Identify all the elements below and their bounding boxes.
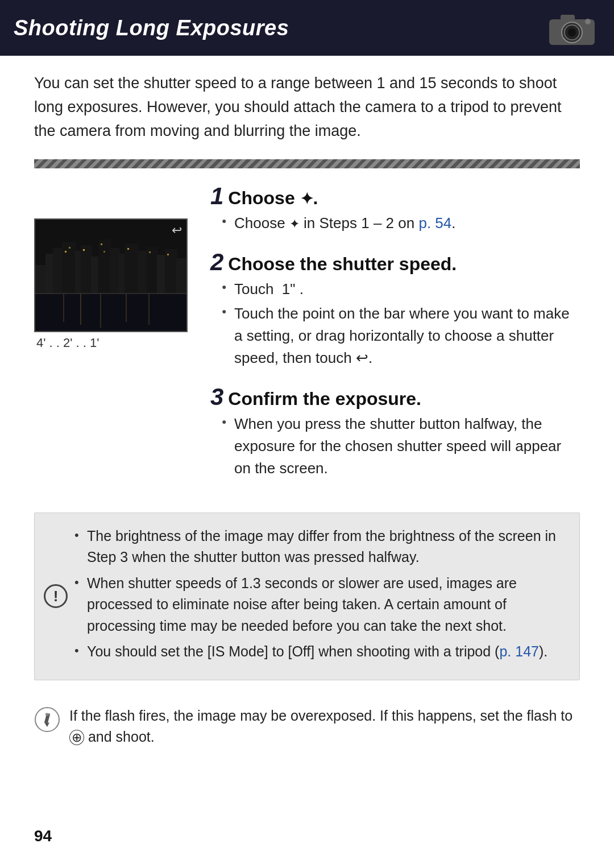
warning-item-3: You should set the [IS Mode] to [Off] wh… [74,641,567,663]
svg-rect-26 [83,249,85,251]
step-2-bullets: Touch 1" . Touch the point on the bar wh… [210,278,580,369]
svg-rect-22 [165,249,177,294]
svg-rect-41 [45,713,49,716]
step-1-number: 1 [210,184,223,208]
step-3-header: 3 Confirm the exposure. [210,385,580,410]
step-2-header: 2 Choose the shutter speed. [210,250,580,275]
page-title: Shooting Long Exposures [14,16,289,40]
step-3-title: Confirm the exposure. [228,388,421,410]
step-1: 1 Choose ✦. Choose ✦ in Steps 1 – 2 on p… [210,184,580,234]
step-2-title: Choose the shutter speed. [228,254,457,275]
svg-rect-21 [157,255,166,294]
step-2-number: 2 [210,250,223,274]
svg-rect-24 [65,251,67,253]
svg-rect-28 [103,251,105,253]
svg-rect-19 [138,251,148,294]
stripe-divider [34,159,580,168]
svg-rect-20 [147,247,158,294]
left-panel: ↩ [34,218,199,350]
svg-rect-27 [101,243,102,245]
svg-rect-7 [35,294,188,332]
svg-rect-13 [81,245,92,294]
step-3: 3 Confirm the exposure. When you press t… [210,385,580,480]
svg-rect-30 [149,251,151,253]
main-content: ↩ [34,184,580,495]
step-2-bullet-1: Touch 1" . [222,278,580,300]
step-3-bullets: When you press the shutter button halfwa… [210,413,580,480]
note-icon [34,706,60,733]
svg-rect-23 [176,258,188,294]
camera-preview-image: ↩ [34,218,188,332]
step-1-header: 1 Choose ✦. [210,184,580,209]
page-number: 94 [34,827,52,845]
svg-rect-14 [91,257,99,294]
title-bar: Shooting Long Exposures [0,0,614,56]
preview-label: 4' . . 2' . . 1' [34,336,199,350]
undo-icon: ↩ [172,223,182,238]
right-panel: 1 Choose ✦. Choose ✦ in Steps 1 – 2 on p… [199,184,580,495]
warning-item-2: When shutter speeds of 1.3 seconds or sl… [74,573,567,637]
svg-rect-15 [98,239,111,294]
svg-rect-16 [110,248,120,294]
note-text: If the flash fires, the image may be ove… [69,705,580,748]
step-1-bullet-1: Choose ✦ in Steps 1 – 2 on p. 54. [222,212,580,234]
step-2: 2 Choose the shutter speed. Touch 1" . T… [210,250,580,369]
svg-point-4 [568,28,576,36]
svg-rect-18 [125,243,139,294]
svg-rect-8 [35,265,47,294]
step-1-title: Choose ✦. [228,188,318,209]
camera-icon [544,8,600,48]
svg-point-5 [585,19,591,24]
warning-item-1: The brightness of the image may differ f… [74,526,567,568]
svg-rect-31 [167,254,169,255]
intro-paragraph: You can set the shutter speed to a range… [34,72,580,143]
step-3-bullet-1: When you press the shutter button halfwa… [222,413,580,480]
svg-rect-29 [127,248,129,250]
note-box: If the flash fires, the image may be ove… [34,696,580,757]
svg-rect-9 [45,254,54,294]
warning-list: The brightness of the image may differ f… [74,526,567,663]
step-1-bullets: Choose ✦ in Steps 1 – 2 on p. 54. [210,212,580,234]
warning-box: ! The brightness of the image may differ… [34,512,580,680]
svg-rect-10 [53,248,63,294]
step-2-bullet-2: Touch the point on the bar where you wan… [222,303,580,369]
svg-rect-11 [62,242,76,294]
svg-rect-25 [69,247,70,249]
svg-rect-1 [561,15,575,22]
warning-icon: ! [44,584,68,608]
step-3-number: 3 [210,385,223,409]
